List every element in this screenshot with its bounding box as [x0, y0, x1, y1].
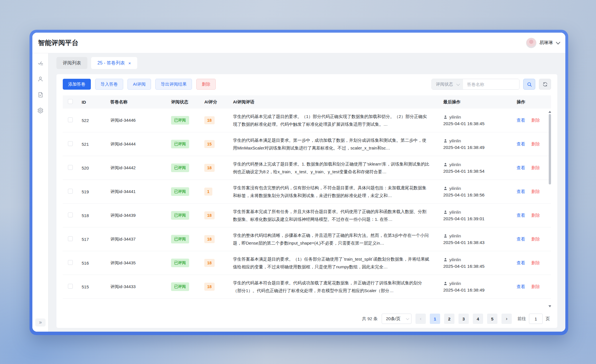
- page-size-select[interactable]: 20条/页: [382, 314, 411, 324]
- tab-close-icon[interactable]: ×: [128, 61, 131, 65]
- scroll-down-icon[interactable]: [548, 305, 551, 307]
- row-name: 评阅id-34441: [108, 189, 169, 194]
- delete-link[interactable]: 删除: [531, 213, 540, 218]
- delete-link[interactable]: 删除: [531, 118, 540, 123]
- page-button-4[interactable]: 4: [473, 314, 483, 324]
- col-name: 答卷名称: [108, 99, 169, 105]
- delete-link[interactable]: 删除: [531, 189, 540, 194]
- score-badge: 18: [204, 211, 215, 219]
- next-page-button[interactable]: ›: [501, 314, 512, 324]
- delete-link[interactable]: 删除: [531, 165, 540, 170]
- delete-link[interactable]: 删除: [531, 260, 540, 265]
- search-button[interactable]: [523, 79, 535, 90]
- score-badge: 18: [204, 235, 215, 243]
- page-button-5[interactable]: 5: [487, 314, 497, 324]
- row-comment: 学生的代码基本符合题目要求。代码成功加载了鸢尾花数据集，并正确进行了训练集和测试…: [231, 279, 441, 294]
- import-answer-button[interactable]: 导入答卷: [95, 79, 123, 90]
- tab-answer-sheet-list[interactable]: 25 - 答卷列表 ×: [91, 57, 137, 69]
- row-name: 评阅id-34444: [108, 141, 169, 147]
- row-checkbox[interactable]: [68, 117, 73, 122]
- view-link[interactable]: 查看: [517, 284, 525, 289]
- delete-link[interactable]: 删除: [531, 141, 540, 146]
- sidebar-item-answer-sheets[interactable]: [37, 92, 44, 98]
- page-button-1[interactable]: 1: [430, 314, 440, 324]
- delete-link[interactable]: 删除: [531, 284, 540, 289]
- row-operator: yilinlin: [449, 186, 461, 191]
- col-id: ID: [79, 100, 108, 105]
- row-checkbox[interactable]: [68, 141, 73, 146]
- row-name: 评阅id-34442: [108, 165, 169, 171]
- chevron-down-icon: [556, 40, 560, 45]
- view-link[interactable]: 查看: [517, 213, 525, 218]
- score-badge: 18: [204, 259, 215, 267]
- row-checkbox[interactable]: [68, 260, 73, 265]
- status-badge: 已评阅: [171, 187, 189, 196]
- add-answer-button[interactable]: 添加答卷: [63, 79, 91, 90]
- gear-icon: [37, 107, 44, 114]
- view-link[interactable]: 查看: [517, 189, 525, 194]
- row-checkbox[interactable]: [68, 213, 73, 217]
- view-link[interactable]: 查看: [517, 260, 525, 265]
- row-checkbox[interactable]: [68, 284, 73, 289]
- row-id: 517: [79, 237, 108, 242]
- row-time: 2025-04-01 16:38:45: [443, 264, 514, 269]
- select-all-checkbox[interactable]: [68, 99, 73, 104]
- status-badge: 已评阅: [171, 211, 189, 220]
- table-row: 518 评阅id-34439 已评阅 18 学生答案基本完成了所有任务，并且大体…: [63, 204, 551, 227]
- answer-name-input[interactable]: [463, 79, 519, 89]
- goto-suffix: 页: [546, 316, 550, 322]
- table-scrollbar[interactable]: [548, 110, 551, 308]
- main-panel: 添加答卷 导入答卷 AI评阅 导出评阅结果 删除 评阅状态: [56, 74, 557, 328]
- row-checkbox[interactable]: [68, 165, 73, 170]
- page-button-3[interactable]: 3: [458, 314, 469, 324]
- table-row: 519 评阅id-34441 已评阅 1 学生答案没有包含完整的代码，仅有部分结…: [63, 180, 551, 204]
- view-link[interactable]: 查看: [517, 118, 525, 123]
- sidebar: »: [32, 53, 48, 332]
- page-button-2[interactable]: 2: [444, 314, 454, 324]
- person-icon: [443, 234, 448, 238]
- row-comment: 学生答案没有包含完整的代码，仅有部分结构，不符合题目要求。具体问题包括：未加载鸢…: [231, 184, 441, 199]
- user-menu[interactable]: 易琳琳: [526, 38, 559, 48]
- score-badge: 1: [204, 188, 212, 196]
- view-link[interactable]: 查看: [517, 165, 525, 170]
- table-header: ID 答卷名称 评阅状态 AI评分 AI评阅评语 最后操作 操作: [63, 95, 551, 109]
- user-icon: [37, 76, 44, 82]
- view-link[interactable]: 查看: [517, 141, 525, 146]
- row-checkbox[interactable]: [68, 189, 73, 194]
- col-score: AI评分: [202, 99, 231, 105]
- view-link[interactable]: 查看: [517, 237, 525, 241]
- scroll-up-icon[interactable]: [548, 111, 551, 113]
- browser-window-frame: 智能评阅平台 易琳琳: [30, 30, 568, 335]
- row-comment: 学生的代码基本满足题目要求。第一步中，成功加载了数据，并划分成训练集和测试集。第…: [231, 136, 441, 152]
- table-row: 521 评阅id-34444 已评阅 15 学生的代码基本满足题目要求。第一步中…: [63, 132, 551, 156]
- delete-link[interactable]: 删除: [531, 237, 540, 241]
- person-icon: [443, 281, 448, 286]
- row-operator: yilinlin: [449, 138, 461, 143]
- avatar[interactable]: [526, 38, 536, 48]
- row-comment: 学生的代码基本完成了题目的要求。（1）部分代码正确实现了数据集的加载和切分。（2…: [231, 113, 441, 128]
- sidebar-item-review-tasks[interactable]: [37, 60, 44, 66]
- tab-review-list[interactable]: 评阅列表: [56, 57, 87, 69]
- status-badge: 已评阅: [171, 164, 189, 172]
- goto-page-input[interactable]: [529, 314, 543, 324]
- search-icon: [527, 82, 532, 87]
- status-filter-select[interactable]: 评阅状态: [432, 79, 463, 89]
- ai-review-button[interactable]: AI评阅: [128, 79, 151, 90]
- row-operator: yilinlin: [449, 162, 461, 167]
- sidebar-item-settings[interactable]: [37, 107, 44, 114]
- delete-button[interactable]: 删除: [196, 79, 216, 90]
- scrollbar-thumb[interactable]: [549, 114, 551, 184]
- sidebar-expand-button[interactable]: »: [35, 318, 46, 326]
- tab-bar: 评阅列表 25 - 答卷列表 ×: [56, 57, 557, 69]
- row-id: 515: [79, 284, 108, 289]
- prev-page-button[interactable]: ‹: [415, 314, 426, 324]
- score-badge: 15: [204, 140, 215, 148]
- status-badge: 已评阅: [171, 282, 189, 291]
- person-icon: [443, 210, 448, 214]
- col-actions: 操作: [514, 99, 551, 105]
- refresh-button[interactable]: [539, 79, 551, 90]
- checklist-icon: [37, 60, 44, 66]
- sidebar-item-users[interactable]: [37, 76, 44, 82]
- export-results-button[interactable]: 导出评阅结果: [155, 79, 192, 90]
- row-checkbox[interactable]: [68, 236, 73, 241]
